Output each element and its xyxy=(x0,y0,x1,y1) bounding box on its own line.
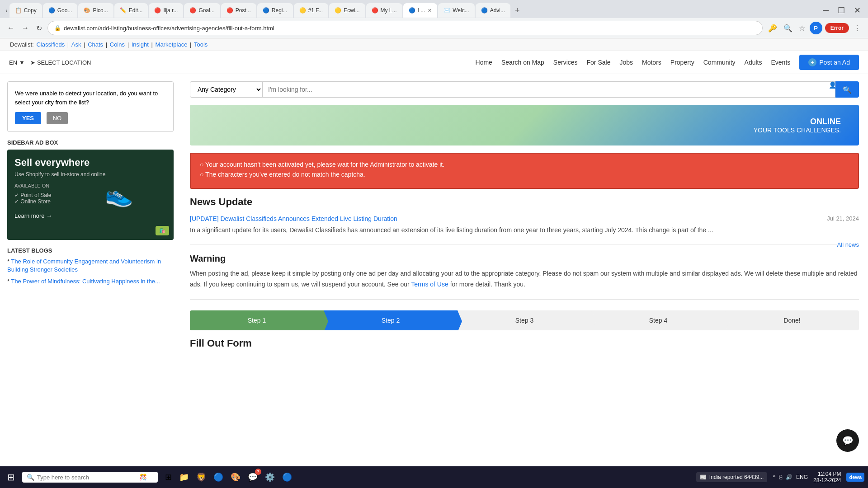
taskview-icon[interactable]: ⊞ xyxy=(163,470,174,484)
plus-icon: + xyxy=(808,58,816,66)
settings-icon[interactable]: ⚙️ xyxy=(263,470,277,484)
ad-feature-1: ✓ Point of Sale xyxy=(14,192,166,198)
maximize-button[interactable]: ☐ xyxy=(834,4,849,17)
lang-label: EN xyxy=(9,59,17,66)
error-msg-1: Your account hasn't been activated yet, … xyxy=(200,161,849,168)
location-selector[interactable]: ➤ SELECT LOCATION xyxy=(30,59,91,66)
start-button[interactable]: ⊞ xyxy=(4,470,19,484)
tab-ecwi[interactable]: 🟡 Ecwi... xyxy=(329,3,365,18)
tab-myl[interactable]: 🔴 My L... xyxy=(366,3,402,18)
tab-welc[interactable]: ✉️ Welc... xyxy=(438,3,474,18)
sidebar-ad-label: SIDEBAR AD BOX xyxy=(7,139,174,146)
search-input[interactable] xyxy=(262,81,835,98)
classifieds-link[interactable]: Classifieds xyxy=(36,41,65,48)
insight-link[interactable]: Insight xyxy=(132,41,149,48)
tab-goo[interactable]: 🔵 Goo... xyxy=(43,3,78,18)
marketplace-link[interactable]: Marketplace xyxy=(156,41,188,48)
taskbar-search-input[interactable] xyxy=(37,474,137,481)
step-2[interactable]: Step 2 xyxy=(324,310,458,330)
category-select[interactable]: Any Category xyxy=(190,81,262,98)
chat-button[interactable]: 💬 xyxy=(836,429,859,452)
reload-button[interactable]: ↻ xyxy=(34,22,44,34)
tab-regi[interactable]: 🔵 Regi... xyxy=(257,3,293,18)
shoe-image: 👟 xyxy=(105,182,133,208)
location-arrow-icon: ➤ xyxy=(30,59,35,66)
forward-button[interactable]: → xyxy=(20,22,31,34)
tab-pico[interactable]: 🎨 Pico... xyxy=(78,3,113,18)
tab-favicon-onef: 🟡 xyxy=(299,7,306,14)
news-text: India reported 64439... xyxy=(709,474,764,480)
tab-close-icon[interactable]: ✕ xyxy=(428,8,432,14)
post-ad-button[interactable]: + Post an Ad xyxy=(799,55,859,70)
tab-ilja[interactable]: 🔴 Ilja r... xyxy=(149,3,183,18)
file-explorer-icon[interactable]: 📁 xyxy=(177,470,191,484)
all-news-link[interactable]: All news xyxy=(837,241,859,248)
whatsapp-icon[interactable]: 💬 7 xyxy=(246,470,259,484)
brand-label: Dewalist: xyxy=(10,41,34,48)
nav-adults[interactable]: Adults xyxy=(745,59,762,66)
nav-community[interactable]: Community xyxy=(703,59,736,66)
nav-services[interactable]: Services xyxy=(553,59,578,66)
yes-button[interactable]: YES xyxy=(15,112,41,124)
tab-edit[interactable]: ✏️ Edit... xyxy=(114,3,148,18)
nav-jobs[interactable]: Jobs xyxy=(619,59,633,66)
error-msg-2: The characters you've entered do not mat… xyxy=(200,171,849,178)
sign-in-button[interactable]: 👤 Sign In xyxy=(829,81,859,89)
step-done[interactable]: Done! xyxy=(725,310,859,330)
nav-events[interactable]: Events xyxy=(771,59,790,66)
address-actions: 🔑 🔍 ☆ P Error ⋮ xyxy=(766,22,863,34)
tab-advi[interactable]: 🔵 Advi... xyxy=(476,3,510,18)
tab-onef[interactable]: 🟡 #1 F... xyxy=(294,3,329,18)
tab-goal[interactable]: 🔴 Goal... xyxy=(184,3,220,18)
colorcircle-icon[interactable]: 🎨 xyxy=(229,470,242,484)
tab-dewa-active[interactable]: 🔵 I ... ✕ xyxy=(403,3,438,18)
step-3[interactable]: Step 3 xyxy=(458,310,591,330)
chats-link[interactable]: Chats xyxy=(88,41,103,48)
ad-learn-more-link[interactable]: Learn more → xyxy=(14,212,52,219)
minimize-button[interactable]: ─ xyxy=(819,4,832,17)
url-bar[interactable]: 🔒 dewalist.com/add-listing/business-offi… xyxy=(47,21,763,35)
profile-button[interactable]: P xyxy=(810,22,822,34)
tab-favicon-welc: ✉️ xyxy=(443,7,450,14)
search-icon[interactable]: 🔍 xyxy=(782,22,794,34)
nav-search-map[interactable]: Search on Map xyxy=(501,59,544,66)
nav-right: Home Search on Map Services For Sale Job… xyxy=(476,55,859,70)
copy-icon[interactable]: ⎘ xyxy=(779,474,782,480)
chevron-up-icon[interactable]: ^ xyxy=(773,474,775,480)
no-button[interactable]: NO xyxy=(47,112,68,124)
news-link-1[interactable]: [UPDATE] Dewalist Classifieds Announces … xyxy=(190,215,397,222)
tools-link[interactable]: Tools xyxy=(194,41,208,48)
step-1[interactable]: Step 1 xyxy=(190,310,324,330)
blog-item-2[interactable]: The Power of Mindfulness: Cultivating Ha… xyxy=(7,277,174,286)
volume-icon[interactable]: 🔊 xyxy=(786,474,793,480)
brave-icon[interactable]: 🦁 xyxy=(194,470,208,484)
taskbar-news-widget[interactable]: 📰 India reported 64439... xyxy=(696,472,768,482)
ask-link[interactable]: Ask xyxy=(71,41,81,48)
password-manager-icon[interactable]: 🔑 xyxy=(766,22,779,34)
nav-home[interactable]: Home xyxy=(476,59,492,66)
language-selector[interactable]: EN ▼ xyxy=(9,59,25,66)
notification-button[interactable]: dewa xyxy=(846,473,864,482)
taskbar-right: 📰 India reported 64439... ^ ⎘ 🔊 ENG 12:0… xyxy=(696,471,864,483)
chrome-icon[interactable]: 🔵 xyxy=(212,470,225,484)
menu-icon[interactable]: ⋮ xyxy=(852,22,863,34)
chrome2-icon[interactable]: 🔵 xyxy=(280,470,294,484)
time-display: 12:04 PM xyxy=(813,471,841,477)
terms-of-use-link[interactable]: Terms of Use xyxy=(411,281,448,288)
nav-motors[interactable]: Motors xyxy=(642,59,661,66)
nav-property[interactable]: Property xyxy=(670,59,694,66)
new-tab-button[interactable]: + xyxy=(511,4,524,17)
tab-post[interactable]: 🔴 Post... xyxy=(221,3,256,18)
step-4[interactable]: Step 4 xyxy=(591,310,725,330)
news-excerpt-1: In a significant update for its users, D… xyxy=(190,225,859,235)
bookmark-icon[interactable]: ☆ xyxy=(797,22,807,34)
blog-item-1[interactable]: The Role of Community Engagement and Vol… xyxy=(7,258,174,274)
tab-copy[interactable]: 📋 Copy xyxy=(9,3,42,18)
close-button[interactable]: ✕ xyxy=(850,4,864,17)
back-button[interactable]: ← xyxy=(5,22,16,34)
coins-link[interactable]: Coins xyxy=(110,41,125,48)
top-strip: Dewalist: Classifieds | Ask | Chats | Co… xyxy=(0,38,868,51)
tab-scroll-left[interactable]: ‹ xyxy=(4,5,9,16)
nav-for-sale[interactable]: For Sale xyxy=(587,59,611,66)
error-button[interactable]: Error xyxy=(825,23,849,33)
